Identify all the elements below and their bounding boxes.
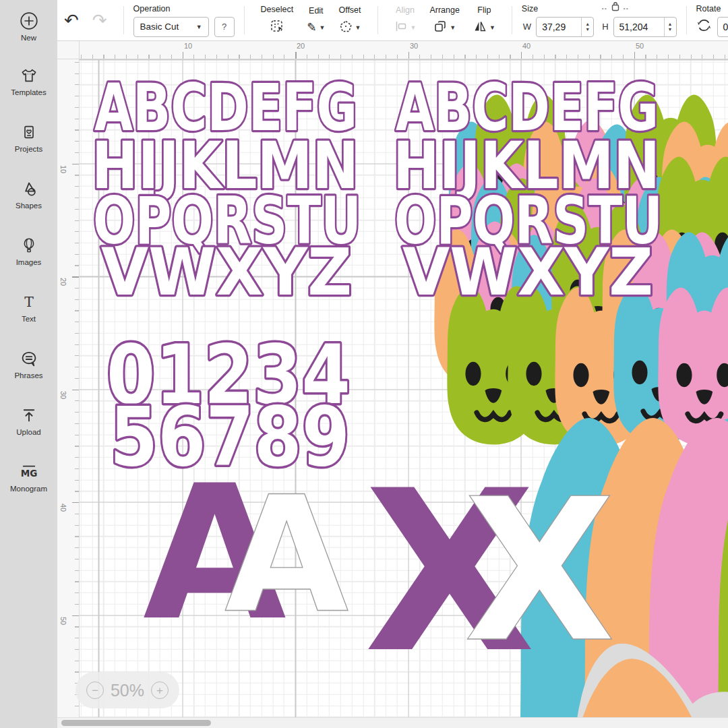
chevron-down-icon: ▼ (450, 24, 456, 31)
operation-select[interactable]: Basic Cut ▼ (133, 17, 209, 37)
deselect-icon (270, 19, 284, 36)
text-icon: T (21, 292, 37, 312)
deselect-button[interactable]: Deselect (261, 5, 294, 36)
flip-button[interactable]: Flip ▼ (473, 5, 495, 36)
svg-text:MG: MG (20, 468, 37, 479)
offset-pentagon-icon (339, 20, 353, 36)
chevron-down-icon: ▼ (319, 24, 325, 31)
h-ruler-label: 10 (184, 42, 192, 50)
scrollbar-thumb[interactable] (61, 720, 211, 726)
h-ruler-label: 40 (522, 42, 530, 50)
toolbar-divider (377, 6, 378, 34)
zoom-control: − 50% + (75, 672, 179, 708)
h-ruler-label: 30 (410, 42, 418, 50)
toolbar-divider (686, 6, 687, 34)
zoom-in-button[interactable]: + (151, 681, 169, 699)
v-ruler-label: 10 (59, 165, 67, 173)
ruler-corner (57, 40, 80, 59)
design-canvas[interactable]: ABCDEFGHIJKLMNOPQRSTUVWXYZABCDEFGHIJKLMN… (80, 59, 728, 728)
h-ruler-label: 20 (297, 42, 305, 50)
chevron-down-icon: ▼ (411, 24, 417, 31)
height-input[interactable]: 51,204 ▲▼ (613, 17, 677, 37)
sidebar-item-monogram[interactable]: MG Monogram (0, 449, 57, 506)
shapes-icon (20, 179, 38, 199)
toolbar-divider (512, 6, 512, 34)
sidebar-item-text[interactable]: T Text (0, 279, 57, 336)
h-ruler-label: 50 (636, 42, 644, 50)
v-ruler-label: 30 (59, 391, 67, 399)
align-icon (394, 20, 408, 36)
sidebar-item-upload[interactable]: Upload (0, 392, 57, 449)
zoom-out-button[interactable]: − (86, 681, 104, 699)
horizontal-scrollbar[interactable] (57, 717, 728, 728)
rotate-group: Rotate 0 ▲▼ (696, 4, 728, 37)
rotate-icon[interactable] (696, 18, 712, 36)
alphabet-row-cats[interactable]: VWXYZ (402, 235, 653, 310)
pencil-icon: ✎ (307, 20, 316, 34)
plus-circle-icon (19, 11, 39, 31)
width-label: W (523, 22, 531, 32)
undo-button[interactable]: ↶ (64, 11, 79, 29)
v-ruler-label: 40 (59, 504, 67, 512)
edit-button[interactable]: Edit ✎▼ (307, 6, 325, 34)
monogram-icon: MG (20, 462, 38, 482)
big-letter-x-white[interactable]: X (464, 456, 615, 686)
big-letter-a-white[interactable]: A (224, 462, 348, 648)
upload-icon (21, 405, 37, 425)
flip-mirror-icon (473, 20, 487, 36)
sidebar-item-new[interactable]: New (0, 0, 57, 53)
notebook-heart-icon (21, 122, 37, 142)
sidebar-item-shapes[interactable]: Shapes (0, 166, 57, 222)
width-input[interactable]: 37,29 ▲▼ (536, 17, 594, 37)
offset-button[interactable]: Offset ▼ (338, 5, 361, 36)
sidebar-item-phrases[interactable]: Phrases (0, 336, 57, 392)
rotate-input[interactable]: 0 ▲▼ (717, 17, 728, 37)
speech-bubble-icon (20, 348, 38, 369)
operation-label: Operation (133, 4, 171, 13)
toolbar-divider (123, 6, 124, 34)
svg-text:T: T (24, 294, 34, 310)
zoom-level-label: 50% (111, 681, 144, 700)
operation-group: Operation Basic Cut ▼ ? (133, 4, 235, 37)
canvas-artwork: ABCDEFGHIJKLMNOPQRSTUVWXYZABCDEFGHIJKLMN… (80, 59, 728, 728)
chevron-down-icon: ▼ (355, 24, 361, 31)
alphabet-row-plain[interactable]: VWXYZ (101, 235, 352, 310)
toolbar-divider (244, 6, 245, 34)
v-ruler-label: 20 (59, 278, 67, 286)
lock-icon[interactable] (601, 1, 630, 14)
vertical-ruler: 01020304050 (57, 59, 80, 728)
sidebar-item-projects[interactable]: Projects (0, 109, 57, 166)
tshirt-icon (21, 65, 37, 86)
sidebar-item-images[interactable]: Images (0, 222, 57, 279)
rotate-label: Rotate (696, 4, 721, 13)
size-group: Size W 37,29 ▲▼ H 51,204 ▲▼ (522, 4, 677, 37)
v-ruler-label: 50 (59, 617, 67, 625)
align-button[interactable]: Align ▼ (394, 5, 417, 36)
sidebar: New Templates Projects Shapes Images T T… (0, 0, 57, 728)
arrange-button[interactable]: Arrange ▼ (429, 5, 459, 36)
height-stepper[interactable]: ▲▼ (664, 18, 676, 36)
height-label: H (602, 22, 608, 32)
width-stepper[interactable]: ▲▼ (581, 18, 593, 36)
sidebar-item-templates[interactable]: Templates (0, 53, 57, 109)
top-toolbar: ↶ ↷ Operation Basic Cut ▼ ? Deselect Edi… (57, 0, 728, 41)
balloon-icon (21, 235, 37, 255)
redo-button[interactable]: ↷ (92, 11, 107, 29)
chevron-down-icon: ▼ (196, 24, 202, 30)
operation-help-button[interactable]: ? (214, 17, 235, 37)
chevron-down-icon: ▼ (489, 24, 495, 31)
size-label: Size (522, 4, 538, 13)
arrange-layers-icon (433, 20, 447, 36)
horizontal-ruler: 01020304050 (80, 40, 728, 59)
